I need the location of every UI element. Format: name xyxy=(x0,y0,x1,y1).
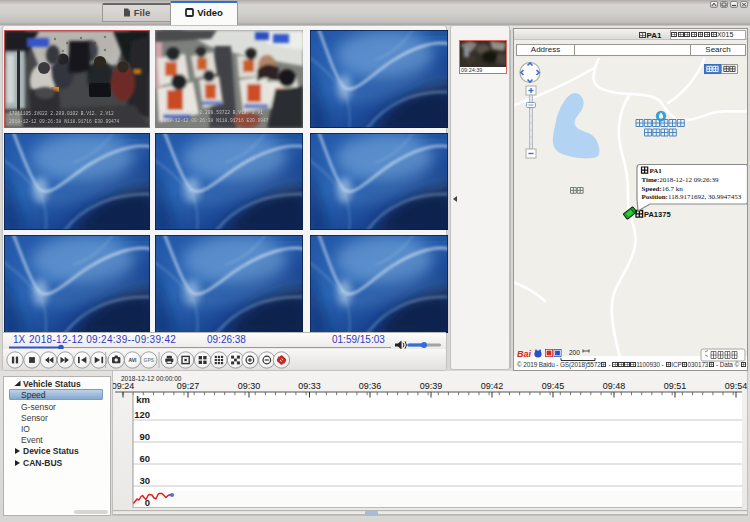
svg-text:09:39: 09:39 xyxy=(420,381,443,391)
svg-text:09:30: 09:30 xyxy=(238,381,261,391)
svg-text:09:33: 09:33 xyxy=(298,381,321,391)
svg-text:09:42: 09:42 xyxy=(481,381,504,391)
svg-text:Time:2018-12-12 09:26:39: Time:2018-12-12 09:26:39 xyxy=(642,176,720,184)
svg-text:2018-12-12 00:00:00: 2018-12-12 00:00:00 xyxy=(121,375,182,382)
svg-text:60: 60 xyxy=(139,453,150,464)
svg-text:90: 90 xyxy=(139,431,150,442)
svg-text:AVI: AVI xyxy=(129,357,138,363)
svg-text:GPS: GPS xyxy=(144,357,155,363)
svg-text:Speed:16.7 kn: Speed:16.7 kn xyxy=(642,185,684,193)
svg-text:30: 30 xyxy=(139,475,150,486)
svg-text:PA1: PA1 xyxy=(650,167,663,175)
svg-text:Position:118.9171692, 30.99474: Position:118.9171692, 30.9947453 xyxy=(642,193,742,201)
svg-text:09:24: 09:24 xyxy=(113,381,134,391)
svg-text:km: km xyxy=(136,394,150,405)
svg-text:Bai: Bai xyxy=(517,349,532,359)
svg-text:2018-12-12 09:26:38 N118.91716: 2018-12-12 09:26:38 N118.91716 E30.9947 xyxy=(161,118,269,123)
svg-text:09:54: 09:54 xyxy=(725,381,747,391)
svg-text:09:27: 09:27 xyxy=(177,381,200,391)
svg-text:09:48: 09:48 xyxy=(603,381,626,391)
svg-text:PA1375: PA1375 xyxy=(644,210,671,219)
svg-text:200: 200 xyxy=(569,349,580,356)
svg-text:17011105.1021 2.209.53722 B.V1: 17011105.1021 2.209.53722 B.V12. 2.V1 xyxy=(161,110,263,115)
svg-text:09:36: 09:36 xyxy=(359,381,382,391)
svg-text:09:51: 09:51 xyxy=(664,381,687,391)
svg-text:17011105.1V022 2.209.0102 B.V1: 17011105.1V022 2.209.0102 B.V12. 2.V12 xyxy=(9,111,114,116)
svg-text:2018-12-12 09:26:38 N118.91716: 2018-12-12 09:26:38 N118.91716 E30.99474 xyxy=(9,119,120,124)
svg-text:120: 120 xyxy=(134,409,150,420)
svg-text:09:45: 09:45 xyxy=(542,381,565,391)
